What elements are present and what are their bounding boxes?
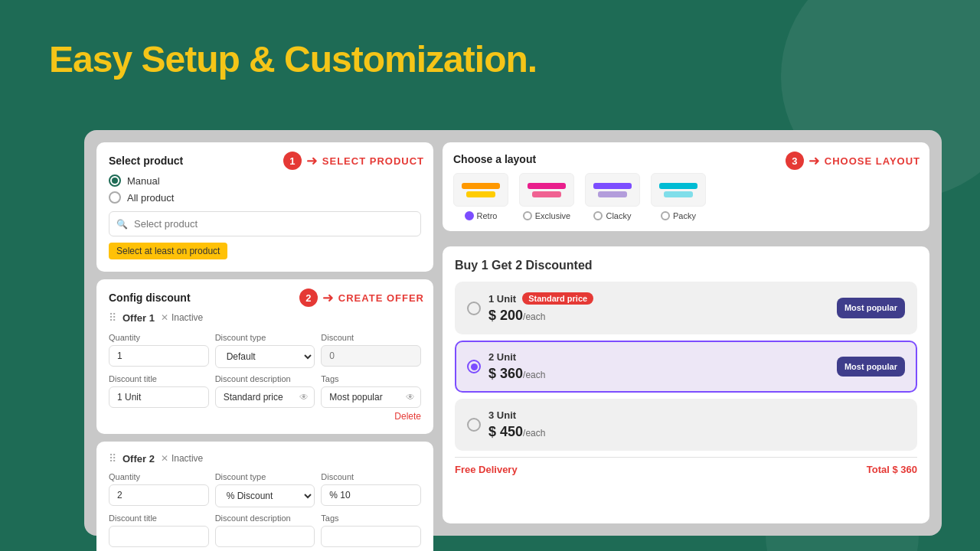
offer2-discount-input[interactable] <box>321 484 421 506</box>
main-container: Select product 1 ➜ SELECT PRODUCT Manual… <box>84 130 942 536</box>
offer1-discount-type-select[interactable]: Default <box>215 345 315 368</box>
offer2-description-input[interactable] <box>215 526 315 547</box>
offer3-per: /each <box>523 428 545 439</box>
offer1-discount-input[interactable] <box>321 345 421 367</box>
right-panel: Choose a layout 3 ➜ CHOOSE LAYOUT Retro <box>443 142 929 523</box>
offer1-eye-icon[interactable]: 👁 <box>299 392 309 403</box>
step1-badge: 1 ➜ SELECT PRODUCT <box>283 152 424 170</box>
packy-name: Packy <box>673 211 696 220</box>
radio-all-product[interactable]: All product <box>109 191 421 204</box>
offer2-popular-badge: Most popular <box>837 357 905 377</box>
exclusive-name: Exclusive <box>535 211 570 220</box>
offer1-discount-field: Discount <box>321 333 421 368</box>
offer-row-2[interactable]: 2 Unit $ 360/each Most popular <box>455 341 917 393</box>
pac-bar1 <box>659 183 697 189</box>
offer2-price-value: $ 360 <box>488 366 523 381</box>
offer1-description-wrap: 👁 <box>215 386 315 408</box>
offer1-discount-type-field: Discount type Default <box>215 333 315 368</box>
offer2-discount-label: Discount <box>321 472 421 481</box>
offer3-unit-row: 3 Unit <box>488 409 905 421</box>
offer2-drag-handle[interactable]: ⠿ <box>109 452 116 465</box>
layouts-row: Retro Exclusive <box>453 173 919 220</box>
offer1-tags-eye-icon[interactable]: 👁 <box>406 392 415 403</box>
retro-radio <box>465 211 474 220</box>
offer2-tags-label: Tags <box>321 514 421 523</box>
clacky-thumb <box>585 173 640 207</box>
offer-row-1[interactable]: 1 Unit Standard price $ 200/each Most po… <box>455 282 917 334</box>
offer2-quantity-field: Quantity <box>109 472 209 507</box>
step2-label: CREATE OFFER <box>338 292 424 304</box>
retro-bar2 <box>466 191 495 197</box>
offer-row-3[interactable]: 3 Unit $ 450/each <box>455 399 917 451</box>
offer1-drag-handle[interactable]: ⠿ <box>109 311 116 324</box>
layout-retro[interactable]: Retro <box>453 173 508 220</box>
offer2-form-top: Quantity Discount type % Discount Discou… <box>109 472 421 507</box>
exclusive-label-row: Exclusive <box>523 211 570 220</box>
exc-bar2 <box>532 191 560 197</box>
offer1-status-badge: ✕ Inactive <box>161 312 203 323</box>
offer2-name: Offer 2 <box>122 453 155 465</box>
step1-arrow: ➜ <box>306 152 318 169</box>
offer1-form-top: Quantity Discount type Default Discount <box>109 333 421 368</box>
packy-thumb <box>651 173 706 207</box>
step1-number: 1 <box>283 152 302 170</box>
offer2-tags-input[interactable] <box>321 526 421 547</box>
radio-manual-label: Manual <box>127 175 160 187</box>
offer2-status-x: ✕ <box>161 453 168 464</box>
exclusive-thumb <box>519 173 574 207</box>
offer2-description-label: Discount description <box>215 514 315 523</box>
total-label: Total $ 360 <box>867 464 917 475</box>
offer1-preview-info: 1 Unit Standard price $ 200/each <box>488 292 829 324</box>
radio-all-circle <box>109 191 121 204</box>
choose-layout-card: Choose a layout 3 ➜ CHOOSE LAYOUT Retro <box>443 142 929 231</box>
offer2-discount-type-field: Discount type % Discount <box>215 472 315 507</box>
offer1-status-x: ✕ <box>161 312 168 323</box>
offer1-status-label: Inactive <box>172 312 203 323</box>
exclusive-radio <box>523 211 532 220</box>
free-delivery-label: Free Delivery <box>455 464 518 475</box>
layout-clacky[interactable]: Clacky <box>585 173 640 220</box>
offer2-title-input[interactable] <box>109 526 209 547</box>
offer2-preview-radio <box>467 360 481 373</box>
offer1-price: $ 200/each <box>488 308 829 324</box>
offer2-header: ⠿ Offer 2 ✕ Inactive <box>109 452 421 465</box>
offer2-status-badge: ✕ Inactive <box>161 453 203 464</box>
step2-number: 2 <box>299 289 318 307</box>
offer1-name: Offer 1 <box>122 312 155 324</box>
step1-label: SELECT PRODUCT <box>322 155 424 167</box>
radio-manual-circle <box>109 174 121 187</box>
offer3-price-value: $ 450 <box>488 424 523 439</box>
step3-arrow: ➜ <box>808 152 820 169</box>
cla-bar2 <box>598 191 626 197</box>
offer1-description-field: Discount description 👁 <box>215 374 315 408</box>
offer2-description-field: Discount description <box>215 514 315 547</box>
offer1-title-input[interactable] <box>109 386 209 408</box>
offer2-per: /each <box>523 370 545 380</box>
offer1-tags-field: Tags 👁 <box>321 374 421 408</box>
offer2-unit-label: 2 Unit <box>488 351 516 363</box>
product-type-radio-group: Manual All product <box>109 174 421 204</box>
retro-bar1 <box>462 183 500 189</box>
offer1-preview-radio <box>467 302 481 315</box>
layout-exclusive[interactable]: Exclusive <box>519 173 574 220</box>
offer1-quantity-input[interactable] <box>109 345 209 367</box>
offer3-preview-radio <box>467 418 481 432</box>
exc-bar1 <box>528 183 566 189</box>
page-title: Easy Setup & Customization. <box>49 40 537 80</box>
product-search-input[interactable] <box>109 211 421 236</box>
radio-manual[interactable]: Manual <box>109 174 421 187</box>
offer1-header: ⠿ Offer 1 ✕ Inactive <box>109 311 421 324</box>
offer1-discount-label: Discount <box>321 333 421 342</box>
packy-radio <box>661 211 670 220</box>
offer1-quantity-field: Quantity <box>109 333 209 368</box>
layout-packy[interactable]: Packy <box>651 173 706 220</box>
offer2-form-bottom: Discount title Discount description Tags <box>109 514 421 547</box>
offer2-discount-type-select[interactable]: % Discount <box>215 484 315 507</box>
retro-label-row: Retro <box>465 211 498 220</box>
offer2-tags-field: Tags <box>321 514 421 547</box>
step2-arrow: ➜ <box>322 289 334 306</box>
offer1-delete-button[interactable]: Delete <box>109 411 421 422</box>
offer1-unit-label: 1 Unit <box>488 293 516 305</box>
offer3-unit-label: 3 Unit <box>488 409 516 421</box>
offer2-quantity-input[interactable] <box>109 484 209 506</box>
